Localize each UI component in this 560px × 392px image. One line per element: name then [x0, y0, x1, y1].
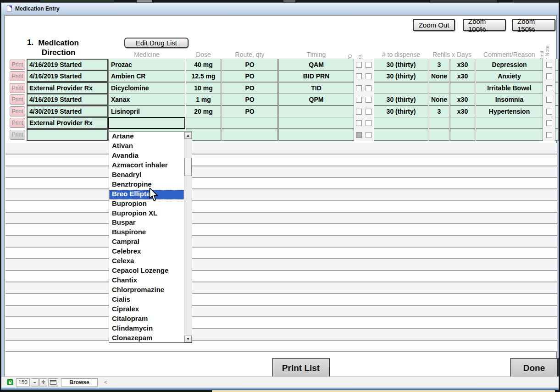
medicine-field[interactable]: Xanax [108, 94, 185, 105]
dropdown-item[interactable]: Celebrex [109, 247, 184, 257]
refills-field[interactable]: None [429, 94, 449, 105]
days-field[interactable]: x30 [450, 105, 475, 117]
medicine-field[interactable]: Lisinopril [108, 105, 185, 117]
rb-checkbox[interactable] [366, 109, 371, 115]
print-row-button[interactable]: Print [10, 71, 25, 81]
edit-drug-list-button[interactable]: Edit Drug List [124, 38, 189, 48]
dispense-field[interactable]: 30 (thirty) [374, 59, 428, 71]
dropdown-item[interactable]: Artane [109, 132, 184, 142]
dropdown-item[interactable]: Celexa [109, 257, 184, 266]
dropdown-item[interactable]: Benztropine [109, 180, 184, 190]
collapse-statusbar-icon[interactable]: < [104, 379, 107, 386]
dose-field[interactable]: 20 mg [186, 105, 221, 117]
dispense-field[interactable] [374, 82, 428, 94]
dropdown-scrollbar[interactable]: ▲ ▼ [184, 132, 192, 342]
layout-mode-button[interactable] [48, 378, 58, 386]
vo-checkbox[interactable] [356, 85, 362, 91]
days-field[interactable] [450, 82, 475, 94]
dropdown-item[interactable]: Cialis [109, 295, 184, 305]
route-field[interactable] [222, 117, 278, 129]
refills-field[interactable]: 3 [429, 105, 449, 117]
dropdown-item[interactable]: Bupropion XL [109, 209, 184, 219]
timing-field[interactable]: QPM [278, 94, 354, 105]
dropdown-item-selected[interactable]: Breo Ellipta [109, 190, 184, 199]
medicine-field[interactable]: Prozac [108, 59, 185, 71]
print-list-button[interactable]: Print List [272, 358, 330, 379]
scrollbar-thumb[interactable] [184, 158, 192, 176]
zoom-150-button[interactable]: Zoom 150% [512, 19, 555, 31]
days-field[interactable]: x30 [450, 59, 475, 71]
timing-field[interactable] [278, 129, 354, 141]
dropdown-item[interactable]: Campral [109, 237, 184, 247]
vo-checkbox[interactable] [356, 132, 362, 138]
omit-checkbox[interactable] [546, 120, 552, 126]
dose-field[interactable]: 40 mg [186, 59, 221, 71]
route-field[interactable]: PO [222, 70, 278, 82]
window-titlebar[interactable]: Medication Entry [1, 3, 559, 15]
route-field[interactable] [222, 129, 278, 141]
omit-checkbox[interactable] [546, 132, 552, 138]
print-row-button[interactable]: Print [10, 94, 25, 105]
print-row-button[interactable]: Print [10, 60, 25, 70]
route-field[interactable]: PO [222, 59, 278, 71]
dispense-field[interactable]: 30 (thirty) [374, 70, 428, 82]
direction-field[interactable]: 4/16/2019 Started [27, 59, 108, 71]
direction-field[interactable] [27, 129, 108, 141]
rb-checkbox[interactable] [366, 85, 371, 91]
direction-field[interactable]: 4/16/2019 Started [27, 94, 108, 105]
comment-field[interactable] [476, 129, 543, 141]
omit-checkbox[interactable] [546, 85, 552, 91]
vo-checkbox[interactable] [356, 120, 362, 126]
timing-field[interactable] [278, 105, 354, 117]
days-field[interactable]: x30 [450, 70, 475, 82]
omit-checkbox[interactable] [546, 109, 552, 115]
dose-field[interactable] [186, 117, 221, 129]
rb-checkbox[interactable] [366, 97, 371, 103]
comment-field[interactable] [476, 117, 543, 129]
comment-field[interactable]: Insomnia [476, 94, 543, 105]
dropdown-item[interactable]: Benadryl [109, 171, 184, 180]
timing-field[interactable]: TID [278, 82, 354, 94]
direction-field[interactable]: 4/30/2019 Started [27, 105, 108, 117]
dropdown-item[interactable]: Clindamycin [109, 324, 184, 334]
refills-field[interactable] [429, 117, 449, 129]
direction-field[interactable]: External Provider Rx [27, 117, 108, 129]
timing-field[interactable]: BID PRN [278, 70, 354, 82]
comment-field[interactable]: Anxiety [476, 70, 543, 82]
days-field[interactable]: x30 [450, 94, 475, 105]
dropdown-item[interactable]: Azmacort inhaler [109, 161, 184, 171]
route-field[interactable]: PO [222, 82, 278, 94]
zoom-increase-button[interactable]: ✛ [39, 378, 47, 386]
route-field[interactable]: PO [222, 94, 278, 105]
done-button[interactable]: Done [510, 358, 559, 379]
omit-checkbox[interactable] [546, 73, 552, 79]
dropdown-item[interactable]: Cepacol Lozenge [109, 266, 184, 276]
timing-field[interactable] [278, 117, 354, 129]
rb-checkbox[interactable] [366, 73, 371, 79]
rb-checkbox[interactable] [366, 62, 371, 68]
omit-checkbox[interactable] [546, 97, 552, 103]
route-field[interactable]: PO [222, 105, 278, 117]
days-field[interactable] [450, 129, 475, 141]
comment-field[interactable]: Irritable Bowel [476, 82, 543, 94]
zoom-out-button[interactable]: Zoom Out [413, 19, 455, 31]
dose-field[interactable]: 10 mg [186, 82, 221, 94]
dropdown-item[interactable]: Clonazepam [109, 334, 184, 342]
vo-checkbox[interactable] [356, 97, 362, 103]
dispense-field[interactable]: 30 (thirty) [374, 105, 428, 117]
rb-checkbox[interactable] [366, 120, 371, 126]
dropdown-item[interactable]: Bupropion [109, 199, 184, 209]
scroll-down-icon[interactable]: ▼ [184, 336, 192, 342]
dropdown-item[interactable]: Buspar [109, 218, 184, 228]
refills-field[interactable] [429, 82, 449, 94]
refills-field[interactable]: 3 [429, 59, 449, 71]
zoom-decrease-button[interactable]: − [31, 378, 39, 386]
medicine-field-active[interactable] [108, 117, 185, 129]
print-row-button[interactable]: Print [10, 130, 25, 140]
refills-field[interactable] [429, 129, 449, 141]
dropdown-item[interactable]: Avandia [109, 151, 184, 161]
print-row-button[interactable]: Print [10, 118, 25, 128]
vo-checkbox[interactable] [356, 109, 362, 115]
dropdown-item[interactable]: Citalopram [109, 315, 184, 324]
vo-checkbox[interactable] [356, 73, 362, 79]
